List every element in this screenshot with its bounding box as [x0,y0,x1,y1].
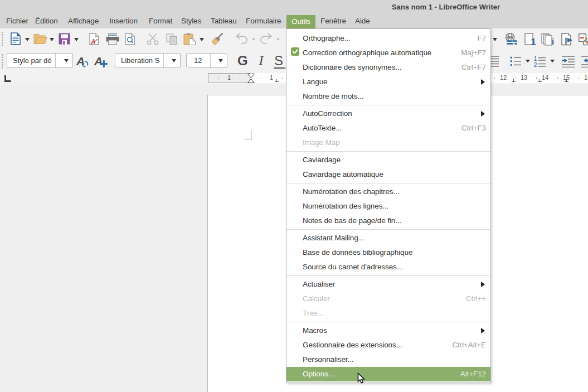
svg-text:2: 2 [534,61,537,68]
svg-text:1: 1 [531,37,536,46]
svg-text:i: i [552,37,554,46]
svg-text:A: A [94,56,103,67]
